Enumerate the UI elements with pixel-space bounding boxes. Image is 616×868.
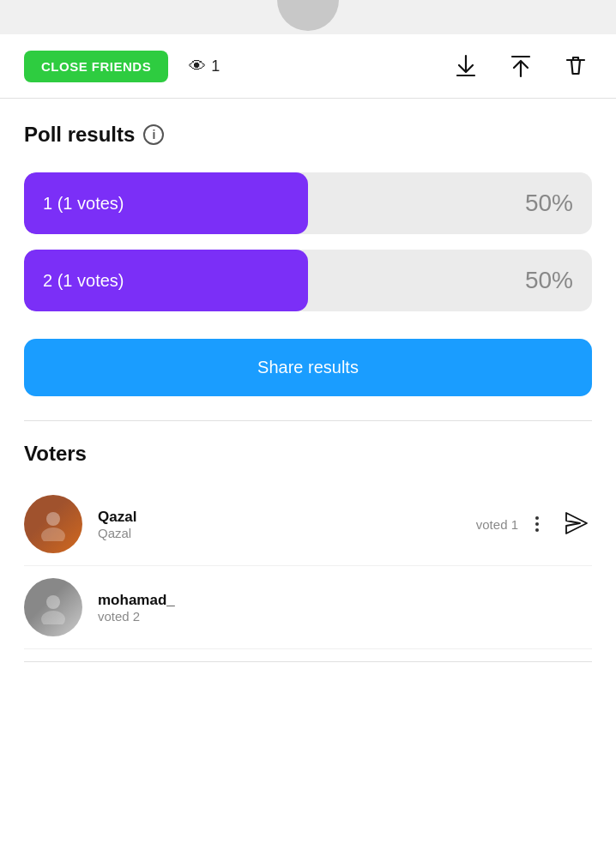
dot-2	[535, 522, 539, 526]
poll-bar-percent-1: 50%	[525, 190, 573, 217]
download-button[interactable]	[450, 50, 482, 82]
svg-marker-2	[566, 513, 587, 533]
voter-vote-1: voted 1	[476, 517, 518, 532]
top-avatar-area	[0, 0, 616, 34]
info-icon[interactable]: i	[143, 124, 164, 145]
poll-results-title: Poll results	[24, 123, 135, 147]
voters-section: Voters Qazal Qazal voted 1	[0, 421, 616, 662]
voter-row-1: Qazal Qazal voted 1	[24, 483, 592, 566]
poll-bar-label-1: 1 (1 votes)	[24, 194, 124, 214]
main-content: Poll results i 1 (1 votes) 50% 2 (1 vote…	[0, 99, 616, 421]
info-icon-label: i	[152, 128, 155, 142]
views-count: 👁 1	[189, 57, 220, 76]
poll-bars: 1 (1 votes) 50% 2 (1 votes) 50%	[24, 172, 592, 311]
story-avatar	[277, 0, 339, 31]
voter-info-1: Qazal Qazal	[98, 509, 461, 540]
share-button[interactable]	[504, 50, 537, 82]
svg-point-0	[46, 512, 60, 526]
voter-name-2: mohamad_	[98, 592, 592, 609]
delete-button[interactable]	[559, 50, 592, 82]
voter-name-1: Qazal	[98, 509, 461, 526]
close-friends-badge: CLOSE FRIENDS	[24, 51, 168, 82]
voter-actions-1	[528, 508, 592, 541]
poll-bar-percent-2: 50%	[525, 267, 573, 294]
voter-avatar-2	[24, 578, 82, 636]
voter-info-2: mohamad_ voted 2	[98, 592, 592, 624]
svg-point-3	[46, 595, 60, 609]
svg-point-4	[41, 611, 65, 624]
divider-2	[24, 661, 592, 662]
eye-icon: 👁	[189, 57, 206, 76]
voter-vote-2-inline: voted 2	[98, 609, 592, 624]
svg-point-1	[41, 527, 65, 541]
poll-bar-row-2: 2 (1 votes) 50%	[24, 250, 592, 311]
voter-username-1: Qazal	[98, 526, 461, 540]
voter-avatar-1	[24, 495, 82, 553]
voters-title: Voters	[24, 442, 592, 466]
voter-send-button-1[interactable]	[561, 508, 592, 541]
toolbar: CLOSE FRIENDS 👁 1	[0, 34, 616, 99]
poll-results-header: Poll results i	[24, 123, 592, 147]
dot-3	[535, 528, 539, 532]
voter-more-button-1[interactable]	[528, 513, 546, 535]
share-results-button[interactable]: Share results	[24, 339, 592, 396]
voter-row-2: mohamad_ voted 2	[24, 566, 592, 649]
dot-1	[535, 516, 539, 520]
toolbar-icons	[450, 50, 592, 82]
poll-bar-label-2: 2 (1 votes)	[24, 271, 124, 291]
poll-bar-row-1: 1 (1 votes) 50%	[24, 172, 592, 234]
views-number: 1	[211, 57, 220, 75]
